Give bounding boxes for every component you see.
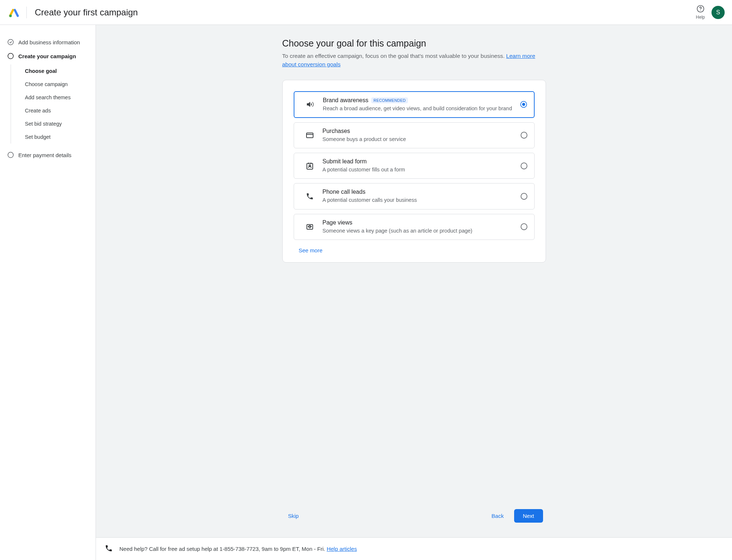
phone-icon [301,192,319,200]
goal-submit-lead-form[interactable]: Submit lead form A potential customer fi… [294,153,535,179]
svg-point-3 [8,40,14,45]
circle-icon [7,53,14,59]
app-header: Create your first campaign Help S [0,0,732,25]
skip-button[interactable]: Skip [285,509,302,523]
radio-icon[interactable] [520,223,528,230]
svg-point-4 [8,53,14,59]
svg-point-11 [309,165,311,166]
megaphone-icon [301,100,319,109]
avatar[interactable]: S [711,6,725,19]
goal-page-views[interactable]: Page views Someone views a key page (suc… [294,214,535,240]
radio-icon[interactable] [520,162,528,170]
svg-point-12 [521,163,527,169]
svg-point-2 [700,10,701,11]
phone-icon [105,544,113,553]
goal-title: Submit lead form [323,158,517,165]
avatar-letter: S [716,9,720,16]
svg-point-15 [309,226,311,228]
goals-card: Brand awareness RECOMMENDED Reach a broa… [282,80,546,263]
substep-set-bid-strategy[interactable]: Set bid strategy [25,117,93,130]
card-icon [301,131,319,140]
content-area: Choose your goal for this campaign To cr… [96,25,732,560]
substep-choose-goal[interactable]: Choose goal [25,64,93,78]
see-more-link[interactable]: See more [294,244,324,254]
goal-desc: A potential customer calls your business [323,196,517,204]
help-button[interactable]: Help [696,5,705,20]
check-circle-icon [7,39,14,45]
substep-create-ads[interactable]: Create ads [25,104,93,117]
svg-point-0 [9,14,12,17]
footer-buttons: Skip Back Next [279,509,550,523]
goal-brand-awareness[interactable]: Brand awareness RECOMMENDED Reach a broa… [294,91,535,118]
goal-phone-call-leads[interactable]: Phone call leads A potential customer ca… [294,183,535,209]
goal-desc: Reach a broad audience, get video views,… [323,105,516,112]
step-label: Enter payment details [18,152,71,158]
page-title: Choose your goal for this campaign [282,38,546,49]
help-articles-link[interactable]: Help articles [327,546,357,552]
step-label: Add business information [18,39,80,45]
substep-add-search-themes[interactable]: Add search themes [25,91,93,104]
help-bar: Need help? Call for free ad setup help a… [96,537,732,560]
step-add-business-info[interactable]: Add business information [7,35,93,49]
goal-purchases[interactable]: Purchases Someone buys a product or serv… [294,122,535,148]
step-create-campaign[interactable]: Create your campaign [7,49,93,63]
page-subtitle: To create an effective campaign, focus o… [282,52,546,69]
goal-title: Brand awareness [323,97,369,104]
help-bar-text: Need help? Call for free ad setup help a… [119,546,327,552]
sidebar: Add business information Create your cam… [0,25,96,560]
page-header-title: Create your first campaign [35,7,138,18]
recommended-badge: RECOMMENDED [371,97,408,103]
next-button[interactable]: Next [514,509,543,523]
subtitle-text: To create an effective campaign, focus o… [282,53,506,59]
radio-icon[interactable] [520,131,528,139]
svg-rect-14 [307,225,313,229]
radio-icon[interactable] [520,193,528,200]
svg-point-16 [521,224,527,230]
goal-desc: Someone buys a product or service [323,136,517,143]
substeps: Choose goal Choose campaign Add search t… [11,64,93,144]
substep-set-budget[interactable]: Set budget [25,130,93,144]
goal-title: Purchases [323,128,517,134]
back-button[interactable]: Back [488,509,506,523]
substep-choose-campaign[interactable]: Choose campaign [25,78,93,91]
svg-point-5 [8,152,14,158]
svg-rect-8 [306,133,313,138]
svg-point-7 [522,103,525,106]
radio-selected-icon[interactable] [520,101,527,108]
step-label: Create your campaign [18,53,76,59]
svg-point-9 [521,132,527,138]
svg-point-13 [521,193,527,200]
goal-desc: A potential customer fills out a form [323,166,517,173]
goal-title: Page views [323,219,517,226]
help-icon [696,5,705,14]
google-ads-logo-icon [9,7,19,18]
circle-icon [7,152,14,158]
eye-icon [301,222,319,231]
goal-title: Phone call leads [323,189,517,195]
goal-desc: Someone views a key page (such as an art… [323,227,517,234]
header-divider [26,7,27,18]
step-enter-payment[interactable]: Enter payment details [7,148,93,162]
help-label: Help [696,15,705,20]
form-icon [301,162,319,170]
